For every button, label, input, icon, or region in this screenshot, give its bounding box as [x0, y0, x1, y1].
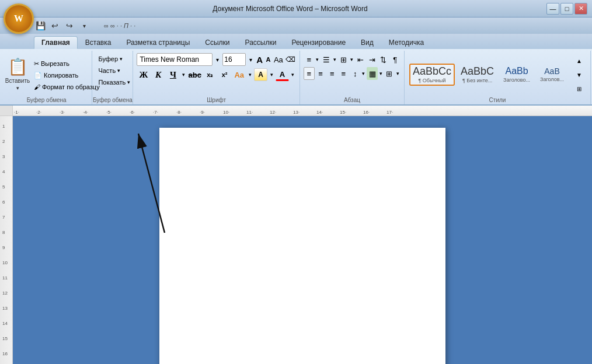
clipboard-group-content: 📋 Вставить ▾ ✂ Вырезать 📄 Копировать 🖌 [4, 52, 89, 103]
borders-dropdown-icon[interactable]: ▾ [395, 67, 401, 80]
style-normal-name: ¶ Обычный [418, 78, 445, 83]
ribbon-content: 📋 Вставить ▾ ✂ Вырезать 📄 Копировать 🖌 [0, 49, 592, 106]
italic-button[interactable]: К [152, 68, 165, 81]
tab-layout[interactable]: Разметка страницы [119, 36, 197, 49]
font-color-dropdown-icon[interactable]: ▾ [290, 68, 296, 81]
underline-button[interactable]: Ч [166, 68, 180, 81]
line-spacing-dropdown-icon[interactable]: ▾ [361, 67, 367, 80]
superscript-button[interactable]: x² [218, 68, 231, 81]
save-quick-button[interactable]: 💾 [34, 19, 47, 32]
svg-text:·2·: ·2· [36, 110, 41, 115]
clipboard-group: 📋 Вставить ▾ ✂ Вырезать 📄 Копировать 🖌 [1, 51, 92, 104]
borders-button[interactable]: ⊞ [384, 67, 395, 80]
paste-button[interactable]: 📋 Вставить ▾ [5, 57, 30, 92]
text-effects-button[interactable]: Aa [232, 68, 246, 81]
buffer-dropdown-icon: ▾ [120, 56, 123, 62]
para-group-label: Абзац [300, 97, 404, 103]
style-heading2[interactable]: AaB Заголов... [536, 65, 568, 85]
styles-scroll-down[interactable]: ▼ [573, 68, 586, 81]
styles-scroll-up[interactable]: ▲ [573, 54, 586, 67]
highlight-button[interactable]: A [254, 68, 267, 81]
align-right-button[interactable]: ≡ [326, 67, 337, 80]
show-marks-button[interactable]: ¶ [389, 53, 401, 66]
svg-text:12·: 12· [270, 110, 276, 115]
redo-quick-button[interactable]: ↪ [63, 19, 76, 32]
styles-group: AaBbCc ¶ Обычный AaBbC ¶ Без инте... AaB… [405, 51, 591, 104]
svg-text:·9·: ·9· [200, 110, 205, 115]
buffer-dropdown[interactable]: Буфер ▾ [96, 53, 125, 64]
font-size-dropdown-icon[interactable]: ▾ [247, 53, 255, 66]
tab-review[interactable]: Рецензирование [284, 36, 353, 49]
subscript-button[interactable]: x₂ [203, 68, 217, 81]
font-name-input[interactable] [137, 53, 213, 66]
change-case-button[interactable]: Aa [273, 53, 284, 66]
minimize-button[interactable]: — [546, 3, 559, 15]
font-name-dropdown-icon[interactable]: ▾ [214, 53, 221, 66]
close-button[interactable]: ✕ [574, 3, 587, 15]
title-bar-title: Документ Microsoft Office Word – Microso… [34, 5, 546, 13]
tab-custom[interactable]: Методичка [381, 36, 431, 49]
font-group-content: ▾ ▾ A A Aa ⌫ Ж К Ч ▾ abc x₂ x² A [135, 52, 297, 89]
strikethrough-button[interactable]: abc [188, 68, 202, 81]
underline-dropdown-icon[interactable]: ▾ [181, 68, 187, 81]
para-row1: ≡ ▾ ☰ ▾ ⊞ ▾ ⇤ ⇥ ⇅ ¶ [304, 53, 401, 66]
align-center-button[interactable]: ≡ [315, 67, 326, 80]
align-left-button[interactable]: ≡ [304, 67, 315, 80]
svg-text:11: 11 [2, 275, 8, 281]
numbered-list-button[interactable]: ☰ [321, 53, 332, 66]
line-spacing-button[interactable]: ↕ [350, 67, 361, 80]
tab-insert[interactable]: Вставка [78, 36, 119, 49]
shrink-font-button[interactable]: A [264, 53, 272, 66]
office-button[interactable]: W [4, 4, 34, 34]
tab-view[interactable]: Вид [353, 36, 381, 49]
text-effects-dropdown-icon[interactable]: ▾ [247, 68, 253, 81]
undo-quick-button[interactable]: ↩ [48, 19, 61, 32]
customize-quick-button[interactable]: ▾ [78, 19, 90, 32]
increase-indent-button[interactable]: ⇥ [367, 53, 378, 66]
bold-button[interactable]: Ж [137, 68, 150, 81]
decrease-indent-button[interactable]: ⇤ [355, 53, 366, 66]
shading-dropdown-icon[interactable]: ▾ [378, 67, 384, 80]
part-dropdown[interactable]: Часть ▾ [96, 65, 123, 76]
shading-button[interactable]: ▦ [367, 67, 378, 80]
multilevel-list-dropdown-icon[interactable]: ▾ [349, 53, 354, 66]
tab-references[interactable]: Ссылки [197, 36, 237, 49]
main-area: 1 2 3 4 5 6 7 8 9 10 11 12 13 14 15 16 [0, 116, 592, 364]
numbered-list-dropdown-icon[interactable]: ▾ [332, 53, 337, 66]
style-normal[interactable]: AaBbCc ¶ Обычный [409, 64, 455, 86]
bullet-list-dropdown-icon[interactable]: ▾ [315, 53, 321, 66]
style-heading1[interactable]: AaBb Заголово... [500, 64, 534, 85]
show-dropdown-icon: ▾ [127, 79, 130, 85]
format-painter-label: Формат по образцу [42, 83, 100, 90]
ruler-corner [0, 106, 13, 116]
copy-button[interactable]: 📄 Копировать [32, 70, 102, 81]
tab-mailings[interactable]: Рассылки [238, 36, 284, 49]
ruler-row: ·1· ·2· ·3· ·4· ·5· ·6· ·7· ·8· ·9· 10· … [0, 106, 592, 116]
style-no-spacing-preview: AaBbC [461, 66, 494, 76]
tab-home[interactable]: Главная [34, 36, 78, 49]
document-area[interactable] [13, 116, 592, 364]
format-painter-button[interactable]: 🖌 Формат по образцу [32, 82, 102, 93]
buffer-label: Буфер [98, 55, 118, 62]
svg-text:2: 2 [2, 139, 5, 144]
sort-button[interactable]: ⇅ [378, 53, 389, 66]
para-row2: ≡ ≡ ≡ ≡ ↕ ▾ ▦ ▾ ⊞ ▾ [304, 67, 401, 80]
style-no-spacing[interactable]: AaBbC ¶ Без инте... [457, 64, 497, 86]
show-dropdown[interactable]: Показать ▾ [96, 76, 133, 88]
styles-expand[interactable]: ⊞ [573, 82, 586, 95]
multilevel-list-button[interactable]: ⊞ [338, 53, 349, 66]
font-color-button[interactable]: A [276, 68, 289, 81]
paste-label: Вставить [5, 78, 30, 84]
justify-button[interactable]: ≡ [338, 67, 349, 80]
grow-font-button[interactable]: A [256, 53, 263, 66]
bullet-list-button[interactable]: ≡ [304, 53, 315, 66]
clipboard-group-label: Буфер обмена [1, 97, 92, 103]
maximize-button[interactable]: □ [560, 3, 573, 15]
cut-button[interactable]: ✂ Вырезать [32, 58, 102, 69]
copy-icon: 📄 [34, 72, 42, 79]
clear-format-button[interactable]: ⌫ [285, 53, 296, 66]
paste-dropdown-icon: ▾ [16, 85, 19, 91]
svg-text:13·: 13· [293, 110, 300, 115]
font-size-input[interactable] [222, 53, 246, 66]
highlight-dropdown-icon[interactable]: ▾ [269, 68, 274, 81]
